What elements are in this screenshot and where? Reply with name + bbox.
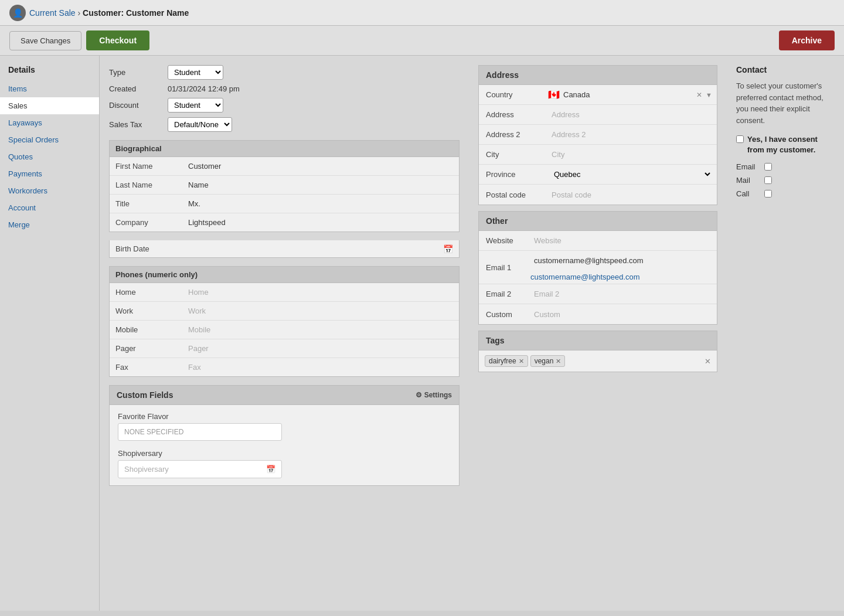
address-label: Address [479,106,543,123]
city-input[interactable] [548,148,712,161]
sidebar-title: Details [0,63,99,80]
discount-label: Discount [109,101,168,110]
city-row: City [479,145,717,165]
website-input[interactable] [530,234,712,247]
left-panel: Type Student Regular VIP Wholesale Creat… [100,56,469,611]
fax-phone-input-wrapper [180,358,459,376]
home-phone-input[interactable] [185,286,454,298]
work-phone-input-wrapper [180,302,459,320]
mail-method-row: Mail [736,176,835,185]
province-row: Province Quebec Ontario British Columbia… [479,165,717,185]
first-name-input[interactable] [185,160,454,172]
custom-label: Custom [479,306,526,323]
tag-vegan-remove[interactable]: ✕ [556,358,561,365]
type-row: Type Student Regular VIP Wholesale [109,65,460,80]
first-name-input-wrapper [180,157,459,175]
pager-phone-row: Pager [110,339,459,358]
birth-date-input[interactable]: 📅 [180,240,459,257]
work-phone-label: Work [110,302,180,319]
email1-input[interactable] [530,254,712,267]
sidebar-item-items[interactable]: Items [0,80,99,97]
settings-link[interactable]: ⚙ Settings [416,391,452,399]
tags-header: Tags [479,331,717,350]
fax-phone-label: Fax [110,359,180,376]
postal-input[interactable] [548,189,712,201]
archive-button[interactable]: Archive [779,30,835,50]
pager-phone-input[interactable] [185,342,454,355]
shopiversary-input[interactable]: Shopiversary 📅 [118,460,282,478]
mail-method-checkbox[interactable] [764,176,772,184]
sidebar-item-sales[interactable]: Sales [0,97,99,114]
country-row: Country 🇨🇦 Canada ✕ ▼ [479,85,717,105]
checkout-button[interactable]: Checkout [86,30,149,50]
address2-input[interactable] [548,128,712,141]
mobile-phone-input-wrapper [180,321,459,339]
sidebar-item-merge[interactable]: Merge [0,216,99,233]
email1-link[interactable]: customername@lightspeed.com [526,270,717,284]
tag-dairyfree-remove[interactable]: ✕ [519,358,524,365]
address2-input-wrapper [543,125,717,144]
email1-row: Email 1 customername@lightspeed.com [479,251,717,284]
type-select[interactable]: Student Regular VIP Wholesale [168,65,223,80]
breadcrumb-prefix[interactable]: Current Sale [29,8,76,18]
type-label: Type [109,68,168,77]
email-method-checkbox[interactable] [764,163,772,171]
phones-table: Home Work Mobile [109,283,460,377]
email2-label: Email 2 [479,285,526,302]
last-name-row: Last Name [110,176,459,195]
country-clear-button[interactable]: ✕ [696,91,702,99]
action-bar: Save Changes Checkout Archive [0,26,844,56]
sidebar-item-workorders[interactable]: Workorders [0,182,99,199]
address-panel: Address Country 🇨🇦 Canada ✕ ▼ Address [478,65,717,205]
title-input-wrapper [180,195,459,213]
website-label: Website [479,232,526,249]
sidebar-item-quotes[interactable]: Quotes [0,148,99,165]
user-icon: 👤 [9,5,26,21]
postal-row: Postal code [479,185,717,205]
consent-row: Yes, I have consent from my customer. [736,134,835,155]
fax-phone-input[interactable] [185,361,454,373]
created-label: Created [109,84,168,93]
address-header: Address [479,66,717,85]
sidebar-item-account[interactable]: Account [0,199,99,216]
favorite-flavor-input[interactable]: NONE SPECIFIED [118,423,282,441]
custom-fields-section: Custom Fields ⚙ Settings Favorite Flavor… [109,385,460,486]
created-value: 01/31/2024 12:49 pm [168,84,460,93]
custom-fields-title: Custom Fields [117,390,173,400]
fax-phone-row: Fax [110,358,459,376]
first-name-row: First Name [110,157,459,176]
country-input-row[interactable]: 🇨🇦 Canada ✕ ▼ [543,87,717,103]
save-button[interactable]: Save Changes [9,31,81,50]
call-method-checkbox[interactable] [764,190,772,198]
postal-label: Postal code [479,186,543,203]
first-name-label: First Name [110,158,180,175]
province-select[interactable]: Quebec Ontario British Columbia Alberta [548,168,712,181]
sidebar-item-payments[interactable]: Payments [0,165,99,182]
sidebar-item-layaways[interactable]: Layaways [0,114,99,131]
custom-row: Custom [479,304,717,324]
mobile-phone-input[interactable] [185,324,454,336]
country-name: Canada [563,90,693,99]
sales-tax-select[interactable]: Default/None GST HST PST [168,117,232,132]
postal-input-wrapper [543,185,717,205]
email1-input-wrapper [526,251,717,270]
email2-input[interactable] [530,288,712,300]
discount-select[interactable]: Student None VIP Wholesale [168,98,223,113]
country-chevron-icon: ▼ [706,91,712,98]
custom-input[interactable] [530,308,712,321]
sidebar-item-special-orders[interactable]: Special Orders [0,131,99,148]
address-input-wrapper [543,105,717,124]
company-input[interactable] [185,216,454,229]
last-name-input[interactable] [185,179,454,191]
work-phone-input[interactable] [185,305,454,317]
tags-clear-all-button[interactable]: ✕ [705,357,711,366]
address-input[interactable] [548,108,712,121]
province-label: Province [479,166,543,183]
email-method-row: Email [736,162,835,171]
top-bar: 👤 Current Sale › Customer: Customer Name [0,0,844,26]
work-phone-row: Work [110,302,459,321]
company-row: Company [110,213,459,232]
title-input[interactable] [185,198,454,210]
contact-title: Contact [736,65,835,74]
consent-checkbox[interactable] [736,135,744,143]
